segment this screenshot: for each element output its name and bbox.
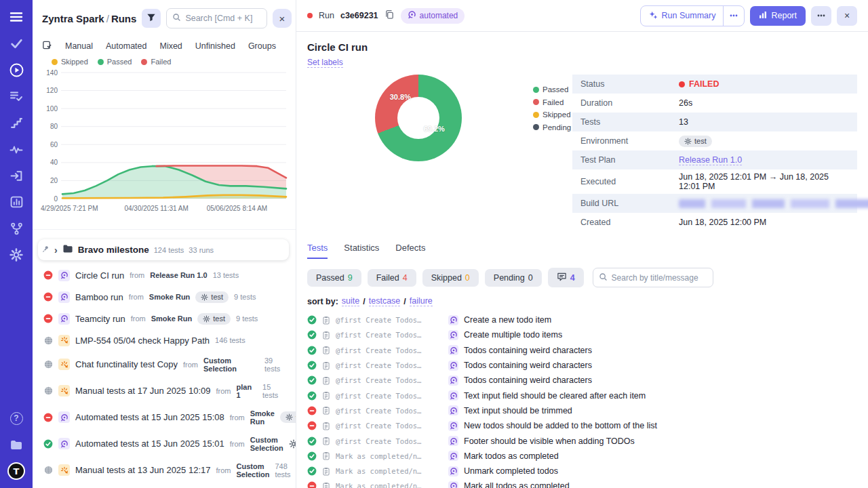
tests-search-input[interactable] <box>612 273 707 283</box>
test-suite-name[interactable]: @first Create Todos… <box>336 346 443 354</box>
run-settings-gear-icon[interactable] <box>289 439 296 449</box>
comments-filter-button[interactable]: 4 <box>548 268 584 287</box>
test-suite-name[interactable]: @first Create Todos… <box>336 376 443 384</box>
test-title[interactable]: Mark all todos as completed <box>464 481 570 488</box>
test-row[interactable]: Mark as completed/n…Mark todos as comple… <box>307 449 857 464</box>
run-row[interactable]: Manual tests at 17 Jun 2025 10:09frompla… <box>38 378 296 404</box>
test-suite-name[interactable]: @first Create Todos… <box>336 437 443 445</box>
runs-tab-groups[interactable]: Groups <box>248 41 276 51</box>
run-row[interactable]: LMP-554 05/04 check Happy Path146 tests <box>38 329 296 351</box>
milestone-row[interactable]: › Bravo milestone 124 tests 33 runs <box>38 239 289 260</box>
test-suite-name[interactable]: @first Create Todos… <box>336 316 443 324</box>
runs-tab-manual[interactable]: Manual <box>65 41 93 51</box>
breadcrumb-project[interactable]: Zyntra Spark <box>42 13 104 24</box>
plans-list-icon[interactable] <box>7 87 25 105</box>
run-summary-button[interactable]: Run Summary <box>641 6 724 26</box>
test-suite-name[interactable]: @first Create Todos… <box>336 422 443 430</box>
run-from-target[interactable]: Custom Selection <box>236 462 269 479</box>
test-row[interactable]: @first Create Todos…Todos containing wei… <box>307 358 857 373</box>
test-suite-name[interactable]: @first Create Todos… <box>336 407 443 415</box>
test-title[interactable]: Create a new todo item <box>464 315 551 325</box>
projects-folder-icon[interactable] <box>7 436 25 453</box>
test-row[interactable]: Mark as completed/n…Unmark completed tod… <box>307 464 857 479</box>
tests-check-icon[interactable] <box>7 35 25 52</box>
filter-skipped-button[interactable]: Skipped 0 <box>422 269 479 287</box>
test-row[interactable]: @first Create Todos…Footer should be vis… <box>307 433 857 448</box>
run-from-target[interactable]: Custom Selection <box>250 436 283 452</box>
sort-by-suite[interactable]: suite <box>342 296 359 306</box>
sort-by-failure[interactable]: failure <box>410 296 433 306</box>
analytics-icon[interactable] <box>7 193 25 211</box>
run-row[interactable]: Manual tests at 13 Jun 2025 12:16fromCus… <box>38 483 296 488</box>
test-title[interactable]: Create multiple todo items <box>464 330 562 340</box>
chevron-right-icon[interactable]: › <box>54 245 58 255</box>
run-from-target[interactable]: Smoke Run <box>149 293 191 301</box>
run-row[interactable]: Manual tests at 13 Jun 2025 12:17fromCus… <box>38 457 296 483</box>
test-title[interactable]: Footer should be visible when adding TOD… <box>464 436 635 446</box>
run-row[interactable]: Teamcity runfromSmoke Runtest9 tests <box>38 308 296 329</box>
test-title[interactable]: New todos should be added to the bottom … <box>464 421 657 430</box>
tab-defects[interactable]: Defects <box>395 243 425 259</box>
test-suite-name[interactable]: @first Create Todos… <box>336 361 443 369</box>
steps-icon[interactable] <box>7 114 25 131</box>
tab-tests[interactable]: Tests <box>307 243 328 259</box>
run-row[interactable]: Automated tests at 15 Jun 2025 15:01from… <box>38 430 296 457</box>
run-row[interactable]: Circle CI runfromRelease Run 1.013 tests <box>38 264 296 286</box>
filter-failed-button[interactable]: Failed 4 <box>368 269 416 287</box>
runs-tab-unfinished[interactable]: Unfinished <box>195 41 235 51</box>
test-row[interactable]: @first Create Todos…New todos should be … <box>307 418 857 433</box>
test-title[interactable]: Mark todos as completed <box>464 451 559 461</box>
test-plan-link[interactable]: Release Run 1.0 <box>679 155 742 165</box>
runs-search[interactable] <box>166 8 267 28</box>
test-row[interactable]: @first Create Todos…Create a new todo it… <box>307 312 857 327</box>
run-from-target[interactable]: Custom Selection <box>203 357 259 373</box>
test-row[interactable]: @first Create Todos…Text input should be… <box>307 403 857 418</box>
filter-button[interactable] <box>142 9 161 28</box>
pulse-icon[interactable] <box>7 140 25 158</box>
filter-passed-button[interactable]: Passed 9 <box>307 269 361 287</box>
settings-gear-icon[interactable] <box>7 246 25 264</box>
select-runs-icon[interactable] <box>42 40 52 52</box>
sort-by-testcase[interactable]: testcase <box>369 296 401 306</box>
help-icon[interactable]: ? <box>7 409 25 427</box>
test-suite-name[interactable]: Mark as completed/n… <box>336 467 443 475</box>
copy-icon[interactable] <box>384 9 395 22</box>
run-row[interactable]: Automated tests at 15 Jun 2025 15:08from… <box>38 404 296 430</box>
run-from-target[interactable]: Release Run 1.0 <box>150 271 207 279</box>
test-title[interactable]: Unmark completed todos <box>464 466 558 476</box>
test-title[interactable]: Todos containing weird characters <box>464 361 592 370</box>
import-icon[interactable] <box>7 167 25 184</box>
run-row[interactable]: Chat functinality test CopyfromCustom Se… <box>38 351 296 378</box>
runs-tab-mixed[interactable]: Mixed <box>159 41 182 51</box>
tab-statistics[interactable]: Statistics <box>344 243 379 259</box>
run-row[interactable]: Bamboo runfromSmoke Runtest9 tests <box>38 286 296 308</box>
runs-tab-automated[interactable]: Automated <box>106 41 146 51</box>
app-logo[interactable]: T <box>7 462 25 480</box>
test-title[interactable]: Text input field should be cleared after… <box>464 391 646 401</box>
test-title[interactable]: Todos containing weird characters <box>464 375 592 385</box>
run-from-target[interactable]: Smoke Run <box>250 409 275 426</box>
test-row[interactable]: @first Create Todos…Text input field sho… <box>307 388 857 403</box>
close-runs-panel-button[interactable]: × <box>273 9 292 28</box>
test-row[interactable]: @first Create Todos…Todos containing wei… <box>307 373 857 388</box>
filter-pending-button[interactable]: Pending 0 <box>485 269 542 287</box>
test-suite-name[interactable]: @first Create Todos… <box>336 331 443 339</box>
test-row[interactable]: @first Create Todos…Create multiple todo… <box>307 327 857 342</box>
test-suite-name[interactable]: Mark as completed/n… <box>336 452 443 460</box>
more-actions-button[interactable] <box>811 6 831 26</box>
run-from-target[interactable]: Smoke Run <box>151 314 193 323</box>
test-title[interactable]: Todos containing weird characters <box>464 346 592 355</box>
test-row[interactable]: @first Create Todos…Todos containing wei… <box>307 343 857 358</box>
runs-search-input[interactable] <box>185 14 261 23</box>
branch-icon[interactable] <box>7 220 25 237</box>
automated-badge[interactable]: automated <box>401 8 465 24</box>
menu-icon[interactable] <box>7 8 25 26</box>
report-button[interactable]: Report <box>750 6 806 26</box>
test-title[interactable]: Text input should be trimmed <box>464 406 572 415</box>
runs-play-icon[interactable] <box>7 61 25 79</box>
test-row[interactable]: Mark as completed/n…Mark all todos as co… <box>307 479 857 488</box>
set-labels-link[interactable]: Set labels <box>307 58 343 68</box>
test-suite-name[interactable]: Mark as completed/n… <box>336 482 443 488</box>
close-run-detail-button[interactable]: × <box>837 6 857 26</box>
run-from-target[interactable]: plan 1 <box>236 383 257 399</box>
